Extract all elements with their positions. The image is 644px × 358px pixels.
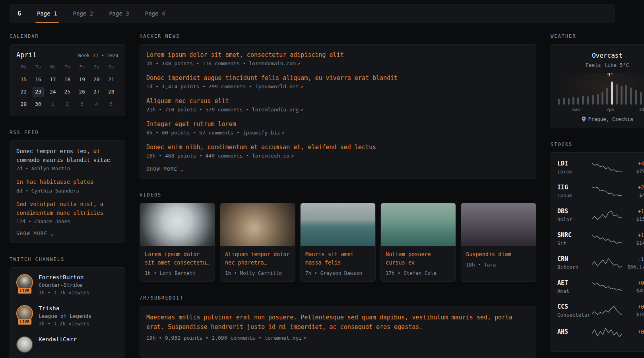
calendar-day: 18: [60, 74, 75, 85]
stock-row[interactable]: DBS Dolor +1.42% $156.28: [557, 208, 644, 222]
hn-item-title[interactable]: Donec imperdiet augue tincidunt felis al…: [146, 74, 398, 82]
hn-item-title[interactable]: Integer eget rutrum lorem: [146, 121, 236, 128]
video-thumbnail[interactable]: [140, 203, 215, 246]
stock-id: CCS Consectetur: [557, 303, 592, 318]
channel-name[interactable]: Trisha: [39, 305, 91, 311]
stocks-card: LDI Lorem +4.35% $795.18 IIG Ipsum: [551, 152, 644, 352]
rss-show-more-button[interactable]: SHOW MORE ⌄: [16, 231, 54, 236]
rss-section-title: RSS FEED: [10, 130, 125, 135]
channel-info: ForrestBurton Counter-Strike 1h • 1.7k v…: [39, 274, 89, 296]
weather-bar: [577, 97, 579, 105]
post-meta: 19h • 9,932 points • 1,090 comments • lo…: [146, 335, 530, 341]
stock-symbol[interactable]: CRN: [557, 255, 592, 263]
rss-item-meta: 8d • Cynthia Saunders: [16, 188, 118, 194]
hn-meta-text: 1d • 1,414 points • 299 comments • ipsum…: [146, 84, 299, 90]
video-thumbnail[interactable]: [461, 203, 536, 246]
stock-symbol[interactable]: SNRC: [557, 232, 592, 239]
calendar-day-next-month: 1: [45, 99, 60, 109]
tab-page-4[interactable]: Page 4: [137, 4, 173, 23]
weather-bar: [635, 90, 637, 105]
rss-item-title[interactable]: Sed volutpat nulla nisl, a condimentum n…: [16, 200, 118, 217]
hn-section-title: HACKER NEWS: [140, 33, 536, 39]
subreddit-section-title: /R/SUBREDDIT: [140, 295, 536, 301]
stock-symbol[interactable]: LDI: [557, 160, 592, 167]
rss-item-title[interactable]: In hac habitasse platea: [16, 178, 118, 187]
twitch-channel-row[interactable]: LIVE ForrestBurton Counter-Strike 1h • 1…: [16, 274, 118, 296]
video-title[interactable]: Aliquam tempor dolor nec pharetra…: [225, 251, 290, 266]
stock-sparkline: [592, 257, 622, 268]
tab-page-1[interactable]: Page 1: [29, 4, 65, 23]
video-title[interactable]: Nullam posuere cursus ex: [386, 251, 431, 266]
stock-change: +4.35%: [622, 160, 644, 167]
rss-item-title[interactable]: Donec tempor eros leo, ut commodo mauris…: [16, 147, 118, 164]
tab-page-2[interactable]: Page 2: [65, 4, 101, 23]
rss-item-meta: 7d • Ashlyn Martin: [16, 165, 118, 171]
channel-name[interactable]: KendallCarr: [39, 336, 77, 342]
app-logo[interactable]: G: [10, 4, 29, 23]
stock-row[interactable]: LDI Lorem +4.35% $795.18: [557, 160, 644, 175]
avatar-wrap: [16, 336, 33, 353]
video-card[interactable]: Aliquam tempor dolor nec pharetra… 1h • …: [220, 203, 295, 282]
stock-symbol[interactable]: AET: [557, 279, 592, 286]
rss-item: In hac habitasse platea 8d • Cynthia Sau…: [16, 178, 118, 194]
weather-bar: [611, 82, 613, 105]
video-card[interactable]: Nullam posuere cursus ex 17h • Stefan Co…: [380, 203, 456, 282]
weather-section-title: WEATHER: [551, 33, 644, 39]
video-thumbnail[interactable]: [301, 203, 375, 246]
video-meta: 17h • Stefan Cole: [386, 270, 451, 276]
external-link-icon[interactable]: ↗: [300, 84, 303, 90]
video-title[interactable]: Lorem ipsum dolor sit amet consectetu…: [145, 251, 209, 266]
weather-bar: [625, 85, 627, 105]
stock-sparkline: [592, 327, 622, 338]
stock-symbol[interactable]: CCS: [557, 303, 592, 310]
external-link-icon[interactable]: ↗: [303, 335, 306, 341]
stock-row[interactable]: CCS Consectetur +0.51% $165.84: [557, 303, 644, 318]
stock-values: +2.84% $42.04: [622, 184, 644, 198]
video-card[interactable]: Lorem ipsum dolor sit amet consectetu… 1…: [140, 203, 215, 282]
calendar-day-next-month: 2: [60, 99, 75, 109]
twitch-section-title: TWITCH CHANNELS: [10, 257, 125, 262]
video-body: Lorem ipsum dolor sit amet consectetu… 1…: [140, 246, 215, 281]
weather-bar: [587, 96, 589, 105]
top-bar: G Page 1 Page 2 Page 3 Page 4: [10, 4, 615, 23]
external-link-icon[interactable]: ↗: [291, 153, 294, 159]
stock-symbol[interactable]: AHS: [557, 328, 592, 335]
tab-page-3[interactable]: Page 3: [101, 4, 137, 23]
stock-row[interactable]: SNRC Sit +1.36% $148.64: [557, 232, 644, 246]
external-link-icon[interactable]: ↗: [297, 60, 300, 66]
video-title[interactable]: Mauris sit amet massa felis: [305, 251, 354, 266]
video-card[interactable]: Mauris sit amet massa felis 7h • Grayson…: [300, 203, 376, 282]
calendar-week-year: Week 17 • 2024: [78, 53, 118, 58]
video-thumbnail[interactable]: [220, 203, 295, 246]
video-card[interactable]: Suspendis diam 18h • Tara: [461, 203, 536, 282]
stock-price: $66,171.48: [622, 264, 644, 270]
calendar-day-next-month: 3: [75, 99, 89, 109]
external-link-icon[interactable]: ↗: [300, 107, 303, 113]
calendar-day: 25: [60, 87, 75, 97]
stock-symbol[interactable]: IIG: [557, 184, 592, 191]
video-title[interactable]: Suspendis diam: [466, 251, 511, 257]
stocks-section-title: STOCKS: [551, 142, 644, 147]
hn-show-more-button[interactable]: SHOW MORE ⌄: [146, 166, 184, 172]
location-pin-icon: [582, 117, 586, 122]
twitch-channel-row[interactable]: KendallCarr: [16, 336, 118, 353]
stock-change: +1.42%: [622, 208, 644, 214]
hn-item-title[interactable]: Aliquam nec cursus elit: [146, 97, 229, 105]
post-title[interactable]: Maecenas mollis pulvinar erat non posuer…: [146, 314, 512, 331]
hn-item-title[interactable]: Donec enim nibh, condimentum et accumsan…: [146, 144, 376, 151]
stock-row[interactable]: IIG Ipsum +2.84% $42.04: [557, 184, 644, 198]
rss-card: Donec tempor eros leo, ut commodo mauris…: [10, 140, 125, 243]
page-tabs: Page 1 Page 2 Page 3 Page 4: [29, 4, 173, 23]
stock-row[interactable]: CRN Bitcorn -1.00% $66,171.48: [557, 255, 644, 270]
video-thumbnail[interactable]: [381, 203, 456, 246]
stock-row[interactable]: AET Amet +0.92% $499.72: [557, 279, 644, 294]
channel-name[interactable]: ForrestBurton: [39, 274, 89, 280]
twitch-channel-row[interactable]: LIVE Trisha League of Legends 3h • 1.2k …: [16, 305, 118, 327]
stock-row[interactable]: AHS +0.46%: [557, 327, 644, 338]
weather-bar: [563, 98, 565, 105]
external-link-icon[interactable]: ↗: [281, 130, 285, 136]
weather-bar: [601, 91, 603, 105]
hn-item-title[interactable]: Lorem ipsum dolor sit amet, consectetur …: [146, 51, 344, 58]
stock-symbol[interactable]: DBS: [557, 208, 592, 215]
show-more-label: SHOW MORE: [16, 231, 48, 236]
